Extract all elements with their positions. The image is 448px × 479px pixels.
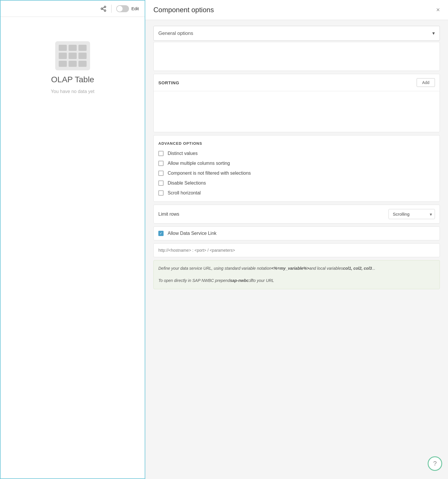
data-service-checkbox[interactable] — [158, 231, 164, 236]
toggle-knob — [117, 6, 123, 12]
advanced-section: ADVANCED OPTIONS Distinct values Allow m… — [153, 135, 440, 202]
olap-cell — [69, 45, 77, 51]
olap-cell — [69, 61, 77, 67]
top-bar: Edit — [1, 1, 145, 17]
data-service-label: Allow Data Service Link — [168, 231, 216, 236]
checkbox-item-disable-sel: Disable Selections — [158, 180, 435, 186]
olap-icon — [55, 41, 90, 70]
advanced-title: ADVANCED OPTIONS — [158, 141, 435, 146]
olap-cell — [78, 61, 87, 67]
right-panel: Component options × General options ▾ SO… — [145, 0, 448, 479]
left-panel: Edit OLAP Table You have no data yet — [0, 0, 145, 479]
svg-line-3 — [103, 9, 104, 10]
olap-cell — [59, 61, 67, 67]
scroll-h-label: Scroll horizontal — [168, 190, 201, 196]
distinct-label: Distinct values — [168, 151, 198, 156]
info-text-2: To open directly in SAP NWBC prependsap-… — [158, 277, 435, 284]
svg-line-4 — [103, 7, 104, 8]
olap-subtitle: You have no data yet — [51, 89, 94, 94]
disable-sel-label: Disable Selections — [168, 180, 206, 186]
limit-rows-select[interactable]: Scrolling 10 20 50 100 200 — [388, 209, 435, 219]
sorting-body — [154, 91, 440, 132]
not-filtered-checkbox[interactable] — [158, 171, 164, 176]
add-button[interactable]: Add — [417, 78, 435, 87]
olap-cell — [69, 53, 77, 59]
panel-header: Component options × — [145, 0, 448, 20]
url-input[interactable] — [158, 248, 435, 253]
help-button[interactable]: ? — [428, 456, 442, 471]
scroll-h-checkbox[interactable] — [158, 190, 164, 196]
disable-sel-checkbox[interactable] — [158, 180, 164, 186]
panel-content: General options ▾ SORTING Add ADVANCED O… — [145, 20, 448, 479]
not-filtered-label: Component is not filtered with selection… — [168, 171, 251, 176]
olap-cell — [78, 45, 87, 51]
limit-rows-row: Limit rows Scrolling 10 20 50 100 200 — [153, 205, 440, 224]
data-service-row: Allow Data Service Link — [153, 226, 440, 240]
checkbox-item-not-filtered: Component is not filtered with selection… — [158, 171, 435, 176]
close-button[interactable]: × — [436, 7, 440, 13]
olap-cell — [59, 45, 67, 51]
edit-toggle[interactable] — [116, 5, 129, 12]
panel-title: Component options — [153, 6, 214, 14]
general-options-label: General options — [158, 31, 193, 36]
multi-sort-label: Allow multiple columns sorting — [168, 161, 230, 166]
sorting-label: SORTING — [158, 80, 179, 85]
divider — [111, 5, 112, 13]
distinct-checkbox[interactable] — [158, 151, 164, 156]
info-text: Define your data service URL, using stan… — [158, 265, 435, 272]
olap-area: OLAP Table You have no data yet — [51, 41, 94, 94]
checkbox-item-distinct: Distinct values — [158, 151, 435, 156]
general-options-content — [153, 42, 440, 71]
limit-rows-select-wrapper: Scrolling 10 20 50 100 200 — [388, 209, 435, 219]
olap-cell — [59, 53, 67, 59]
toggle-container: Edit — [116, 5, 139, 12]
sorting-header: SORTING Add — [154, 74, 440, 91]
olap-cell — [78, 53, 87, 59]
olap-title: OLAP Table — [51, 75, 94, 84]
url-section — [153, 243, 440, 257]
checkbox-item-multi-sort: Allow multiple columns sorting — [158, 161, 435, 166]
general-options-dropdown[interactable]: General options ▾ — [153, 26, 440, 41]
share-button[interactable] — [100, 6, 107, 12]
info-box: Define your data service URL, using stan… — [153, 260, 440, 289]
checkbox-item-scroll-h: Scroll horizontal — [158, 190, 435, 196]
limit-rows-label: Limit rows — [158, 212, 179, 217]
multi-sort-checkbox[interactable] — [158, 161, 164, 166]
edit-label: Edit — [131, 6, 139, 11]
sorting-section: SORTING Add — [153, 74, 440, 132]
dropdown-arrow-icon: ▾ — [432, 30, 435, 36]
